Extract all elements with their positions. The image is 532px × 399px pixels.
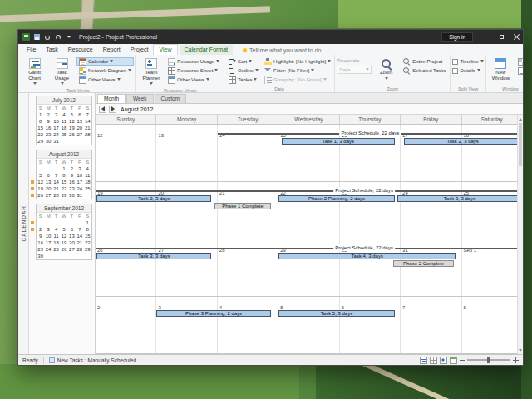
- next-month-button[interactable]: [109, 106, 116, 113]
- hide-window-button[interactable]: [515, 66, 523, 75]
- mini-day[interactable]: 29: [84, 246, 91, 253]
- mini-day[interactable]: 5: [60, 226, 67, 233]
- tab-calendar-format[interactable]: Calendar Format: [180, 45, 234, 55]
- mini-day[interactable]: 20: [76, 125, 83, 131]
- mini-day[interactable]: 17: [76, 179, 83, 185]
- milestone-bar[interactable]: Phase 2 Complete: [393, 260, 454, 267]
- day-cell[interactable]: 7: [401, 297, 461, 353]
- other-views-button[interactable]: Other Views: [76, 76, 134, 84]
- gantt-view-shortcut[interactable]: [420, 357, 427, 364]
- mini-day[interactable]: 9: [44, 118, 52, 125]
- filter-combo[interactable]: Filter: [No Filter]: [263, 66, 332, 75]
- summary-bar[interactable]: Project Schedule, 22 days: [96, 188, 521, 195]
- mini-day[interactable]: 11: [60, 118, 67, 125]
- team-planner-button[interactable]: Team Planner: [138, 56, 164, 87]
- undo-button[interactable]: [43, 32, 52, 42]
- zoom-out-button[interactable]: [460, 360, 465, 361]
- selected-tasks-button[interactable]: Selected Tasks: [401, 66, 448, 75]
- day-cell[interactable]: 13: [156, 125, 217, 181]
- mini-day[interactable]: 12: [68, 118, 76, 125]
- mini-day[interactable]: 27: [68, 246, 76, 253]
- mini-day[interactable]: 15: [60, 179, 67, 185]
- mini-day[interactable]: 26: [37, 192, 44, 199]
- mini-day[interactable]: 24: [76, 185, 83, 192]
- resource-sheet-button[interactable]: Resource Sheet: [165, 66, 222, 75]
- day-cell[interactable]: 2: [96, 297, 156, 353]
- mini-day[interactable]: 1: [60, 165, 67, 172]
- mini-day[interactable]: 15: [37, 125, 44, 131]
- mini-day[interactable]: 23: [68, 185, 76, 192]
- day-cell[interactable]: 5: [278, 297, 339, 353]
- day-cell[interactable]: 3: [156, 297, 217, 353]
- tab-view[interactable]: View: [153, 44, 177, 55]
- task-bar[interactable]: Task 2, 3 days: [96, 195, 211, 202]
- mini-day[interactable]: 21: [84, 125, 91, 131]
- mini-day[interactable]: 14: [84, 118, 91, 125]
- timeline-toggle[interactable]: Timeline: [452, 57, 483, 66]
- mini-day[interactable]: 27: [44, 192, 52, 199]
- mini-day[interactable]: 3: [76, 165, 83, 172]
- mini-day[interactable]: 17: [44, 239, 52, 246]
- mini-day[interactable]: 6: [44, 172, 52, 179]
- mini-day[interactable]: 4: [52, 226, 60, 233]
- tab-report[interactable]: Report: [98, 45, 126, 55]
- entire-project-button[interactable]: Entire Project: [401, 57, 448, 66]
- details-toggle[interactable]: Details: [452, 66, 483, 75]
- sort-button[interactable]: Sort: [226, 57, 261, 66]
- mini-day[interactable]: 27: [76, 131, 83, 138]
- day-cell[interactable]: 4: [218, 297, 278, 353]
- mini-day[interactable]: 13: [76, 118, 83, 125]
- mini-day[interactable]: 23: [44, 131, 52, 138]
- mini-day[interactable]: 30: [44, 138, 52, 145]
- mini-day[interactable]: 20: [44, 185, 52, 192]
- mini-day[interactable]: 18: [52, 239, 60, 246]
- vertical-scrollbar[interactable]: [517, 115, 523, 354]
- day-cell[interactable]: 8: [462, 297, 523, 353]
- tab-file[interactable]: File: [22, 45, 41, 55]
- arrange-all-button[interactable]: [515, 57, 523, 66]
- milestone-bar[interactable]: Phase 1 Complete: [214, 203, 271, 209]
- task-usage-button[interactable]: Task Usage: [49, 56, 75, 87]
- network-diagram-button[interactable]: Network Diagram: [76, 66, 134, 75]
- mini-day[interactable]: 21: [52, 185, 60, 192]
- mini-day[interactable]: 13: [44, 179, 52, 185]
- mini-day[interactable]: 10: [52, 118, 60, 125]
- mini-day[interactable]: 31: [76, 192, 83, 199]
- mini-day[interactable]: 24: [52, 131, 60, 138]
- calendar-view-button[interactable]: Calendar: [76, 57, 134, 66]
- save-button[interactable]: [32, 32, 41, 42]
- prev-month-button[interactable]: [99, 106, 106, 113]
- mini-day[interactable]: 8: [37, 118, 44, 125]
- close-button[interactable]: [510, 30, 523, 44]
- task-bar[interactable]: Task 4, 3 days: [278, 253, 456, 259]
- qat-customize-button[interactable]: [65, 32, 73, 42]
- task-bar[interactable]: Task 5, 3 days: [278, 310, 395, 317]
- zoom-slider-thumb[interactable]: [487, 357, 490, 363]
- mini-day[interactable]: 4: [84, 165, 91, 172]
- team-planner-view-shortcut[interactable]: [440, 357, 447, 364]
- mini-day[interactable]: 16: [44, 125, 52, 131]
- mini-day[interactable]: 28: [52, 192, 60, 199]
- mini-day[interactable]: 6: [76, 111, 83, 118]
- mini-day[interactable]: 14: [52, 179, 60, 185]
- mini-day[interactable]: 12: [37, 179, 44, 185]
- details-checkbox[interactable]: [452, 68, 458, 74]
- tab-custom[interactable]: Custom: [155, 94, 186, 103]
- new-window-button[interactable]: New Window: [488, 56, 514, 86]
- tab-project[interactable]: Project: [126, 45, 154, 55]
- mini-day[interactable]: 11: [84, 172, 91, 179]
- zoom-in-button[interactable]: [513, 357, 519, 363]
- redo-button[interactable]: [54, 32, 62, 42]
- mini-day[interactable]: 28: [84, 131, 91, 138]
- mini-day[interactable]: 2: [44, 111, 52, 118]
- mini-day[interactable]: 26: [68, 131, 76, 138]
- task-bar[interactable]: Phase 3 Planning, 2 days: [156, 310, 270, 317]
- mini-day[interactable]: 16: [68, 179, 76, 185]
- task-bar[interactable]: Phase 2 Planning, 2 days: [278, 195, 395, 202]
- mini-day[interactable]: 23: [37, 246, 44, 253]
- mini-day[interactable]: 1: [37, 111, 44, 118]
- mini-day[interactable]: 20: [68, 239, 76, 246]
- mini-day[interactable]: 25: [60, 131, 67, 138]
- day-cell[interactable]: 6: [340, 297, 401, 353]
- minimize-button[interactable]: [480, 30, 493, 44]
